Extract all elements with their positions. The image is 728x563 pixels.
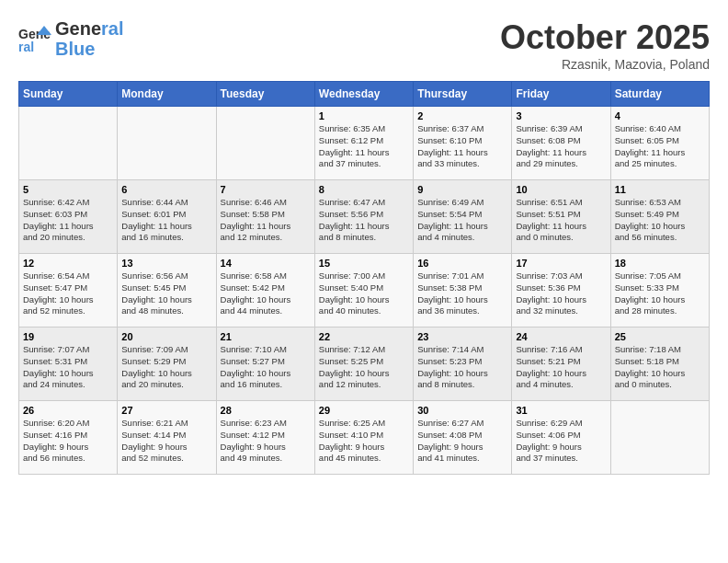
day-number: 14	[221, 258, 311, 269]
day-number: 7	[221, 184, 311, 195]
day-number: 31	[516, 405, 606, 416]
location-subtitle: Rzasnik, Mazovia, Poland	[500, 57, 710, 72]
weekday-header-wednesday: Wednesday	[314, 82, 413, 107]
calendar-cell: 26Sunrise: 6:20 AM Sunset: 4:16 PM Dayli…	[19, 401, 118, 475]
day-number: 25	[615, 331, 705, 342]
day-info: Sunrise: 6:27 AM Sunset: 4:08 PM Dayligh…	[417, 418, 507, 465]
day-info: Sunrise: 7:14 AM Sunset: 5:23 PM Dayligh…	[417, 344, 507, 391]
day-info: Sunrise: 6:46 AM Sunset: 5:58 PM Dayligh…	[221, 197, 311, 244]
day-info: Sunrise: 7:09 AM Sunset: 5:29 PM Dayligh…	[121, 344, 211, 391]
day-number: 16	[417, 258, 507, 269]
calendar-cell	[610, 401, 709, 475]
logo-icon: Gene ral	[18, 22, 51, 55]
day-number: 6	[121, 184, 211, 195]
calendar-cell: 2Sunrise: 6:37 AM Sunset: 6:10 PM Daylig…	[414, 107, 512, 180]
calendar-cell: 24Sunrise: 7:16 AM Sunset: 5:21 PM Dayli…	[512, 327, 610, 401]
day-info: Sunrise: 7:10 AM Sunset: 5:27 PM Dayligh…	[221, 344, 311, 391]
calendar-week-row: 12Sunrise: 6:54 AM Sunset: 5:47 PM Dayli…	[19, 254, 710, 327]
day-number: 19	[23, 331, 113, 342]
calendar-cell: 20Sunrise: 7:09 AM Sunset: 5:29 PM Dayli…	[118, 327, 216, 401]
calendar-cell: 5Sunrise: 6:42 AM Sunset: 6:03 PM Daylig…	[19, 180, 118, 254]
day-number: 2	[417, 110, 507, 121]
day-info: Sunrise: 6:47 AM Sunset: 5:56 PM Dayligh…	[319, 197, 409, 244]
calendar-cell: 29Sunrise: 6:25 AM Sunset: 4:10 PM Dayli…	[314, 401, 413, 475]
day-number: 21	[221, 331, 311, 342]
day-number: 11	[615, 184, 705, 195]
day-number: 29	[319, 405, 409, 416]
day-number: 15	[319, 258, 409, 269]
day-info: Sunrise: 7:01 AM Sunset: 5:38 PM Dayligh…	[417, 270, 507, 317]
calendar-cell: 16Sunrise: 7:01 AM Sunset: 5:38 PM Dayli…	[414, 254, 512, 327]
title-block: October 2025 Rzasnik, Mazovia, Poland	[500, 18, 710, 72]
day-number: 3	[516, 110, 606, 121]
day-info: Sunrise: 7:03 AM Sunset: 5:36 PM Dayligh…	[516, 270, 606, 317]
day-number: 27	[121, 405, 211, 416]
day-info: Sunrise: 6:44 AM Sunset: 6:01 PM Dayligh…	[121, 197, 211, 244]
day-info: Sunrise: 6:49 AM Sunset: 5:54 PM Dayligh…	[417, 197, 507, 244]
day-info: Sunrise: 7:12 AM Sunset: 5:25 PM Dayligh…	[319, 344, 409, 391]
day-info: Sunrise: 6:20 AM Sunset: 4:16 PM Dayligh…	[23, 418, 113, 465]
logo-text: General Blue	[55, 18, 124, 59]
day-info: Sunrise: 6:40 AM Sunset: 6:05 PM Dayligh…	[615, 123, 705, 170]
day-number: 30	[417, 405, 507, 416]
calendar-cell: 1Sunrise: 6:35 AM Sunset: 6:12 PM Daylig…	[314, 107, 413, 180]
calendar-cell	[19, 107, 118, 180]
calendar-cell: 18Sunrise: 7:05 AM Sunset: 5:33 PM Dayli…	[610, 254, 709, 327]
day-number: 4	[615, 110, 705, 121]
day-info: Sunrise: 6:56 AM Sunset: 5:45 PM Dayligh…	[121, 270, 211, 317]
day-info: Sunrise: 6:21 AM Sunset: 4:14 PM Dayligh…	[121, 418, 211, 465]
weekday-header-sunday: Sunday	[19, 82, 118, 107]
day-info: Sunrise: 7:18 AM Sunset: 5:18 PM Dayligh…	[615, 344, 705, 391]
day-info: Sunrise: 6:35 AM Sunset: 6:12 PM Dayligh…	[319, 123, 409, 170]
day-info: Sunrise: 6:58 AM Sunset: 5:42 PM Dayligh…	[221, 270, 311, 317]
day-info: Sunrise: 6:51 AM Sunset: 5:51 PM Dayligh…	[516, 197, 606, 244]
calendar-cell: 31Sunrise: 6:29 AM Sunset: 4:06 PM Dayli…	[512, 401, 610, 475]
month-title: October 2025	[500, 18, 710, 57]
day-number: 1	[319, 110, 409, 121]
day-info: Sunrise: 7:07 AM Sunset: 5:31 PM Dayligh…	[23, 344, 113, 391]
day-info: Sunrise: 6:37 AM Sunset: 6:10 PM Dayligh…	[417, 123, 507, 170]
calendar-cell: 17Sunrise: 7:03 AM Sunset: 5:36 PM Dayli…	[512, 254, 610, 327]
day-number: 8	[319, 184, 409, 195]
day-info: Sunrise: 6:53 AM Sunset: 5:49 PM Dayligh…	[615, 197, 705, 244]
day-number: 23	[417, 331, 507, 342]
calendar-cell: 27Sunrise: 6:21 AM Sunset: 4:14 PM Dayli…	[118, 401, 216, 475]
day-info: Sunrise: 7:00 AM Sunset: 5:40 PM Dayligh…	[319, 270, 409, 317]
calendar-cell: 11Sunrise: 6:53 AM Sunset: 5:49 PM Dayli…	[610, 180, 709, 254]
calendar-week-row: 26Sunrise: 6:20 AM Sunset: 4:16 PM Dayli…	[19, 401, 710, 475]
calendar-cell: 4Sunrise: 6:40 AM Sunset: 6:05 PM Daylig…	[610, 107, 709, 180]
svg-text:ral: ral	[18, 40, 34, 54]
day-number: 10	[516, 184, 606, 195]
day-number: 17	[516, 258, 606, 269]
calendar-cell: 6Sunrise: 6:44 AM Sunset: 6:01 PM Daylig…	[118, 180, 216, 254]
weekday-header-thursday: Thursday	[414, 82, 512, 107]
day-info: Sunrise: 6:23 AM Sunset: 4:12 PM Dayligh…	[221, 418, 311, 465]
calendar-cell: 7Sunrise: 6:46 AM Sunset: 5:58 PM Daylig…	[216, 180, 314, 254]
calendar-cell: 15Sunrise: 7:00 AM Sunset: 5:40 PM Dayli…	[314, 254, 413, 327]
day-info: Sunrise: 7:16 AM Sunset: 5:21 PM Dayligh…	[516, 344, 606, 391]
calendar-week-row: 19Sunrise: 7:07 AM Sunset: 5:31 PM Dayli…	[19, 327, 710, 401]
weekday-header-saturday: Saturday	[610, 82, 709, 107]
calendar-cell: 28Sunrise: 6:23 AM Sunset: 4:12 PM Dayli…	[216, 401, 314, 475]
weekday-header-row: SundayMondayTuesdayWednesdayThursdayFrid…	[19, 82, 710, 107]
day-info: Sunrise: 6:25 AM Sunset: 4:10 PM Dayligh…	[319, 418, 409, 465]
day-number: 12	[23, 258, 113, 269]
day-number: 13	[121, 258, 211, 269]
weekday-header-friday: Friday	[512, 82, 610, 107]
day-number: 24	[516, 331, 606, 342]
day-info: Sunrise: 6:29 AM Sunset: 4:06 PM Dayligh…	[516, 418, 606, 465]
day-number: 18	[615, 258, 705, 269]
weekday-header-tuesday: Tuesday	[216, 82, 314, 107]
page-header: Gene ral General Blue October 2025 Rzasn…	[18, 18, 710, 72]
calendar-week-row: 1Sunrise: 6:35 AM Sunset: 6:12 PM Daylig…	[19, 107, 710, 180]
day-number: 28	[221, 405, 311, 416]
calendar-cell: 23Sunrise: 7:14 AM Sunset: 5:23 PM Dayli…	[414, 327, 512, 401]
calendar-cell: 21Sunrise: 7:10 AM Sunset: 5:27 PM Dayli…	[216, 327, 314, 401]
calendar-cell: 13Sunrise: 6:56 AM Sunset: 5:45 PM Dayli…	[118, 254, 216, 327]
calendar-cell: 9Sunrise: 6:49 AM Sunset: 5:54 PM Daylig…	[414, 180, 512, 254]
calendar-cell	[118, 107, 216, 180]
day-number: 9	[417, 184, 507, 195]
day-info: Sunrise: 6:39 AM Sunset: 6:08 PM Dayligh…	[516, 123, 606, 170]
day-number: 26	[23, 405, 113, 416]
weekday-header-monday: Monday	[118, 82, 216, 107]
